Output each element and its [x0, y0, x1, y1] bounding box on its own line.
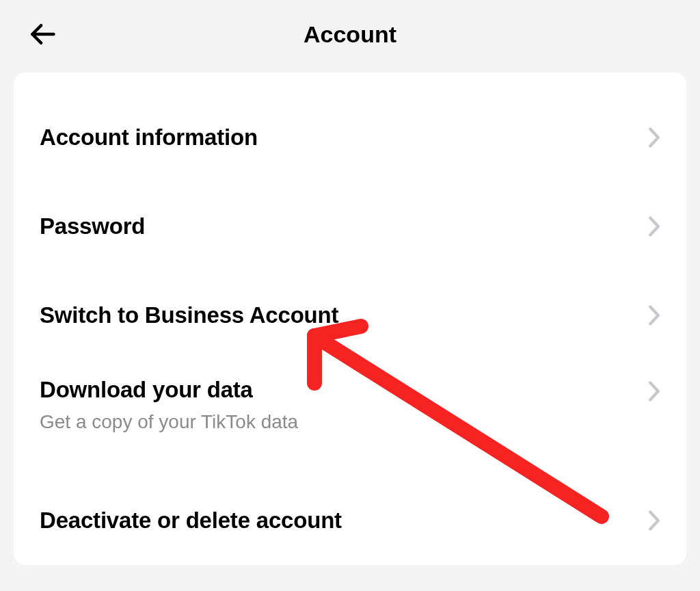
chevron-right-icon: [648, 377, 660, 402]
menu-item-sublabel: Get a copy of your TikTok data: [40, 411, 298, 433]
arrow-left-icon: [27, 19, 57, 49]
settings-card: Account information Password Switch to B…: [14, 73, 686, 565]
chevron-right-icon: [648, 510, 660, 531]
page-header: Account: [0, 0, 700, 68]
menu-item-label: Download your data: [40, 377, 298, 403]
menu-item-password[interactable]: Password: [14, 182, 686, 271]
menu-item-text: Password: [40, 213, 145, 239]
menu-item-text: Deactivate or delete account: [40, 508, 342, 534]
menu-item-text: Account information: [40, 124, 258, 150]
menu-item-label: Deactivate or delete account: [40, 508, 342, 534]
back-button[interactable]: [27, 19, 57, 49]
menu-item-switch-business[interactable]: Switch to Business Account: [14, 271, 686, 360]
menu-item-text: Switch to Business Account: [40, 302, 338, 328]
menu-item-label: Account information: [40, 124, 258, 150]
menu-item-label: Switch to Business Account: [40, 302, 338, 328]
menu-item-deactivate-delete[interactable]: Deactivate or delete account: [14, 476, 686, 565]
chevron-right-icon: [648, 305, 660, 326]
page-title: Account: [304, 21, 396, 48]
menu-item-download-data[interactable]: Download your data Get a copy of your Ti…: [14, 360, 686, 476]
chevron-right-icon: [648, 216, 660, 237]
chevron-right-icon: [648, 127, 660, 148]
menu-item-label: Password: [40, 213, 145, 239]
menu-item-account-information[interactable]: Account information: [14, 93, 686, 182]
menu-item-text: Download your data Get a copy of your Ti…: [40, 377, 298, 433]
